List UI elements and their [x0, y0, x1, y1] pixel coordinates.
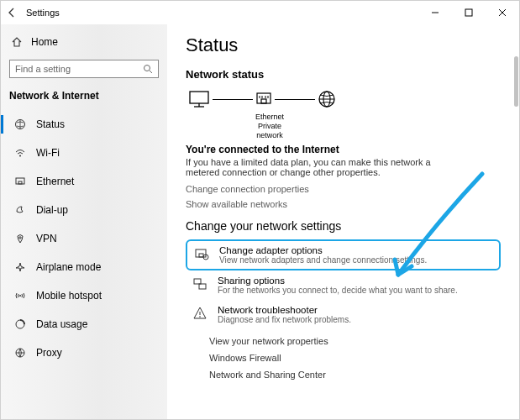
- option-sub: For the networks you connect to, decide …: [218, 286, 458, 295]
- search-placeholder: Find a setting: [15, 64, 71, 74]
- vpn-icon: [14, 233, 28, 244]
- change-settings-heading: Change your network settings: [186, 219, 501, 233]
- home-label: Home: [31, 36, 58, 48]
- change-adapter-options[interactable]: Change adapter options View network adap…: [186, 239, 501, 270]
- globe-icon: [317, 89, 337, 109]
- network-troubleshooter[interactable]: Network troubleshooter Diagnose and fix …: [186, 300, 501, 329]
- titlebar: Settings: [1, 1, 519, 24]
- svg-rect-28: [199, 284, 206, 289]
- sharing-icon: [192, 276, 209, 291]
- home-icon: [11, 36, 23, 48]
- back-icon[interactable]: [6, 7, 18, 18]
- sidebar-item-label: Mobile hotspot: [36, 290, 102, 302]
- option-title: Change adapter options: [219, 245, 427, 255]
- page-title: Status: [186, 34, 501, 56]
- airplane-icon: [14, 261, 28, 273]
- status-icon: [14, 118, 28, 130]
- minimize-button[interactable]: [418, 1, 452, 24]
- option-sub: Diagnose and fix network problems.: [218, 315, 351, 324]
- svg-point-8: [19, 237, 21, 239]
- sidebar-item-status[interactable]: Status: [9, 112, 159, 137]
- pc-icon: [187, 90, 211, 108]
- sidebar-item-ethernet[interactable]: Ethernet: [9, 169, 159, 194]
- wifi-icon: [14, 147, 28, 159]
- ethernet-node: [255, 91, 273, 108]
- svg-rect-12: [190, 92, 208, 103]
- connected-body: If you have a limited data plan, you can…: [186, 157, 454, 177]
- body: Home Find a setting Network & Internet S…: [1, 24, 519, 419]
- sidebar-item-dialup[interactable]: Dial-up: [9, 197, 159, 223]
- category-heading: Network & Internet: [9, 90, 159, 102]
- scrollbar[interactable]: [514, 56, 518, 107]
- view-network-properties-link[interactable]: View your network properties: [209, 336, 501, 346]
- svg-rect-15: [257, 93, 271, 103]
- show-available-networks-link[interactable]: Show available networks: [186, 199, 501, 209]
- troubleshooter-icon: [192, 305, 209, 321]
- settings-window: Settings Home Find a setting Network & I…: [0, 0, 520, 420]
- home-button[interactable]: Home: [9, 31, 159, 53]
- search-input[interactable]: Find a setting: [9, 60, 159, 78]
- option-title: Network troubleshooter: [218, 305, 351, 315]
- svg-rect-1: [465, 9, 472, 16]
- sidebar-item-label: Airplane mode: [36, 261, 101, 273]
- dialup-icon: [14, 204, 28, 216]
- svg-rect-25: [199, 254, 203, 257]
- sidebar: Home Find a setting Network & Internet S…: [1, 24, 167, 419]
- ethernet-icon: [14, 176, 28, 187]
- sidebar-item-hotspot[interactable]: Mobile hotspot: [9, 283, 159, 308]
- sidebar-item-label: Data usage: [36, 318, 87, 330]
- network-status-heading: Network status: [186, 68, 501, 81]
- sidebar-item-label: Wi-Fi: [36, 147, 60, 159]
- network-diagram: [187, 89, 501, 109]
- windows-firewall-link[interactable]: Windows Firewall: [209, 353, 501, 363]
- sidebar-item-label: VPN: [36, 233, 57, 244]
- sharing-options[interactable]: Sharing options For the networks you con…: [186, 270, 501, 300]
- content-pane[interactable]: Status Network status Ethernet Private n…: [167, 24, 519, 419]
- svg-rect-27: [194, 279, 201, 284]
- maximize-button[interactable]: [452, 1, 486, 24]
- svg-point-2: [144, 66, 150, 71]
- sidebar-item-vpn[interactable]: VPN: [9, 226, 159, 251]
- sidebar-item-label: Status: [36, 118, 65, 130]
- option-sub: View network adapters and change connect…: [219, 255, 427, 265]
- sidebar-item-label: Proxy: [36, 347, 62, 359]
- sidebar-item-wifi[interactable]: Wi-Fi: [9, 140, 159, 165]
- network-sharing-center-link[interactable]: Network and Sharing Center: [209, 370, 501, 380]
- connected-heading: You're connected to the Internet: [186, 144, 501, 155]
- sidebar-item-label: Ethernet: [36, 176, 74, 187]
- sidebar-item-proxy[interactable]: Proxy: [9, 340, 159, 365]
- svg-point-9: [19, 295, 21, 297]
- hotspot-icon: [14, 290, 28, 302]
- search-icon: [143, 64, 153, 74]
- svg-line-3: [150, 71, 152, 73]
- proxy-icon: [14, 347, 28, 359]
- data-usage-icon: [14, 318, 28, 330]
- svg-rect-16: [261, 99, 266, 103]
- sidebar-item-airplane[interactable]: Airplane mode: [9, 255, 159, 280]
- window-title: Settings: [26, 8, 60, 18]
- diagram-caption: Ethernet Private network: [244, 113, 295, 140]
- close-button[interactable]: [486, 1, 519, 24]
- change-connection-properties-link[interactable]: Change connection properties: [186, 184, 501, 194]
- sidebar-item-label: Dial-up: [36, 204, 68, 216]
- svg-rect-7: [18, 181, 22, 184]
- svg-point-30: [199, 316, 201, 318]
- svg-point-5: [19, 155, 21, 157]
- option-title: Sharing options: [218, 276, 458, 286]
- sidebar-item-datausage[interactable]: Data usage: [9, 312, 159, 337]
- adapter-icon: [194, 245, 211, 261]
